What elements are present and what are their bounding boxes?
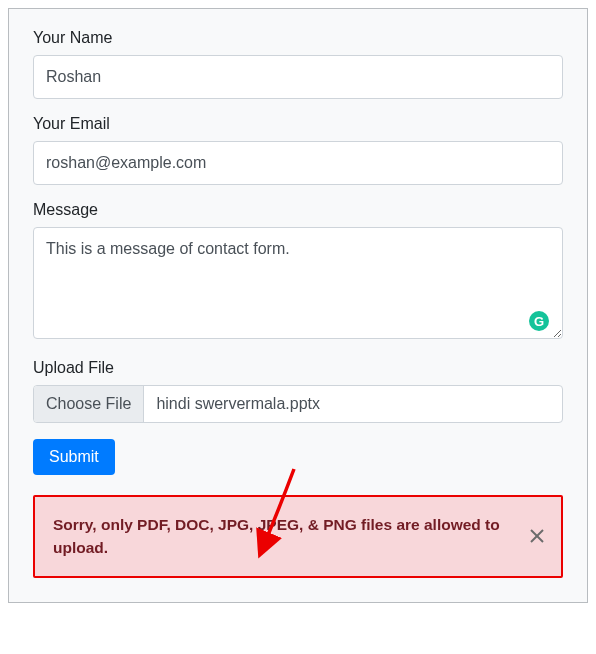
- name-label: Your Name: [33, 29, 563, 47]
- message-field-group: Message G: [33, 201, 563, 343]
- name-input[interactable]: [33, 55, 563, 99]
- file-input[interactable]: Choose File hindi swervermala.pptx: [33, 385, 563, 423]
- message-textarea[interactable]: [33, 227, 563, 339]
- email-field-group: Your Email: [33, 115, 563, 185]
- message-label: Message: [33, 201, 563, 219]
- email-input[interactable]: [33, 141, 563, 185]
- name-field-group: Your Name: [33, 29, 563, 99]
- file-label: Upload File: [33, 359, 563, 377]
- error-message-text: Sorry, only PDF, DOC, JPG, JPEG, & PNG f…: [53, 516, 500, 556]
- close-icon[interactable]: [525, 524, 549, 548]
- choose-file-button[interactable]: Choose File: [34, 386, 144, 422]
- file-field-group: Upload File Choose File hindi swervermal…: [33, 359, 563, 423]
- email-label: Your Email: [33, 115, 563, 133]
- error-alert: Sorry, only PDF, DOC, JPG, JPEG, & PNG f…: [33, 495, 563, 578]
- submit-button[interactable]: Submit: [33, 439, 115, 475]
- file-name-display: hindi swervermala.pptx: [144, 386, 562, 422]
- contact-form-container: Your Name Your Email Message G Upload Fi…: [8, 8, 588, 603]
